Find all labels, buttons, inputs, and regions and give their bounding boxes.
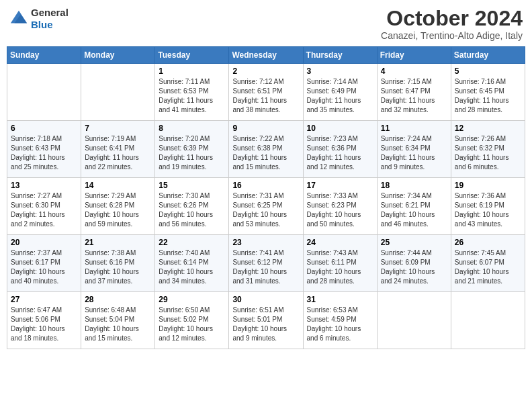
calendar-day-cell [451,292,525,349]
day-info: Sunrise: 7:45 AMSunset: 6:07 PMDaylight:… [455,248,521,286]
day-info: Sunrise: 7:20 AMSunset: 6:39 PMDaylight:… [159,134,225,172]
day-number: 31 [307,295,373,304]
logo: General Blue [9,7,69,31]
day-of-week-header: Friday [377,47,451,64]
calendar-day-cell: 6Sunrise: 7:18 AMSunset: 6:43 PMDaylight… [7,121,81,178]
calendar-day-cell: 26Sunrise: 7:45 AMSunset: 6:07 PMDayligh… [451,235,525,292]
day-number: 9 [232,124,299,133]
day-of-week-header: Monday [81,47,155,64]
day-number: 6 [11,124,77,133]
calendar-day-cell [377,292,451,349]
calendar-day-cell: 15Sunrise: 7:30 AMSunset: 6:26 PMDayligh… [155,178,229,235]
calendar-table: SundayMondayTuesdayWednesdayThursdayFrid… [7,46,525,349]
day-number: 14 [85,181,151,190]
day-of-week-header: Saturday [451,47,525,64]
location-title: Canazei, Trentino-Alto Adige, Italy [381,30,523,41]
day-info: Sunrise: 7:38 AMSunset: 6:16 PMDaylight:… [85,248,151,286]
calendar-day-cell: 9Sunrise: 7:22 AMSunset: 6:38 PMDaylight… [229,121,303,178]
day-number: 19 [455,181,521,190]
day-number: 10 [307,124,373,133]
day-number: 20 [11,238,77,247]
calendar-week-row: 6Sunrise: 7:18 AMSunset: 6:43 PMDaylight… [7,121,525,178]
calendar-day-cell: 2Sunrise: 7:12 AMSunset: 6:51 PMDaylight… [229,64,303,121]
day-info: Sunrise: 7:24 AMSunset: 6:34 PMDaylight:… [381,134,447,172]
day-number: 2 [232,66,299,76]
calendar-day-cell: 10Sunrise: 7:23 AMSunset: 6:36 PMDayligh… [303,121,377,178]
day-info: Sunrise: 6:50 AMSunset: 5:02 PMDaylight:… [159,306,225,343]
day-number: 17 [307,181,373,190]
calendar-day-cell: 5Sunrise: 7:16 AMSunset: 6:45 PMDaylight… [451,64,525,121]
day-info: Sunrise: 7:34 AMSunset: 6:21 PMDaylight:… [381,191,447,229]
calendar-day-cell: 21Sunrise: 7:38 AMSunset: 6:16 PMDayligh… [81,235,155,292]
day-info: Sunrise: 6:48 AMSunset: 5:04 PMDaylight:… [85,306,151,343]
calendar-week-row: 20Sunrise: 7:37 AMSunset: 6:17 PMDayligh… [7,235,525,292]
day-number: 15 [159,181,225,190]
logo-blue-text: Blue [31,19,53,30]
calendar-day-cell: 7Sunrise: 7:19 AMSunset: 6:41 PMDaylight… [81,121,155,178]
day-info: Sunrise: 7:26 AMSunset: 6:32 PMDaylight:… [455,134,521,172]
day-number: 24 [307,238,373,247]
day-number: 29 [159,295,225,304]
day-number: 27 [11,295,77,304]
calendar-day-cell: 1Sunrise: 7:11 AMSunset: 6:53 PMDaylight… [155,64,229,121]
day-of-week-header: Tuesday [155,47,229,64]
day-number: 18 [381,181,447,190]
day-info: Sunrise: 7:12 AMSunset: 6:51 PMDaylight:… [232,77,299,115]
calendar-day-cell: 8Sunrise: 7:20 AMSunset: 6:39 PMDaylight… [155,121,229,178]
day-number: 30 [232,295,299,304]
day-info: Sunrise: 7:18 AMSunset: 6:43 PMDaylight:… [11,134,77,172]
calendar-day-cell: 25Sunrise: 7:44 AMSunset: 6:09 PMDayligh… [377,235,451,292]
calendar-day-cell: 30Sunrise: 6:51 AMSunset: 5:01 PMDayligh… [229,292,303,349]
day-info: Sunrise: 7:44 AMSunset: 6:09 PMDaylight:… [381,248,447,286]
calendar-day-cell: 14Sunrise: 7:29 AMSunset: 6:28 PMDayligh… [81,178,155,235]
logo-general-text: General [31,7,69,18]
day-info: Sunrise: 7:19 AMSunset: 6:41 PMDaylight:… [85,134,151,172]
calendar-day-cell: 3Sunrise: 7:14 AMSunset: 6:49 PMDaylight… [303,64,377,121]
day-of-week-header: Sunday [7,47,81,64]
day-number: 22 [159,238,225,247]
day-info: Sunrise: 6:53 AMSunset: 4:59 PMDaylight:… [307,306,373,343]
day-info: Sunrise: 6:47 AMSunset: 5:06 PMDaylight:… [11,306,77,343]
day-of-week-header: Wednesday [229,47,303,64]
day-info: Sunrise: 7:15 AMSunset: 6:47 PMDaylight:… [381,77,447,115]
day-number: 26 [455,238,521,247]
day-info: Sunrise: 7:14 AMSunset: 6:49 PMDaylight:… [307,77,373,115]
day-number: 23 [232,238,299,247]
calendar-week-row: 13Sunrise: 7:27 AMSunset: 6:30 PMDayligh… [7,178,525,235]
calendar-day-cell: 16Sunrise: 7:31 AMSunset: 6:25 PMDayligh… [229,178,303,235]
day-info: Sunrise: 7:31 AMSunset: 6:25 PMDaylight:… [232,191,299,229]
day-info: Sunrise: 7:43 AMSunset: 6:11 PMDaylight:… [307,248,373,286]
day-info: Sunrise: 7:33 AMSunset: 6:23 PMDaylight:… [307,191,373,229]
day-info: Sunrise: 6:51 AMSunset: 5:01 PMDaylight:… [232,306,299,343]
day-number: 1 [159,66,225,76]
day-number: 8 [159,124,225,133]
day-number: 12 [455,124,521,133]
day-info: Sunrise: 7:40 AMSunset: 6:14 PMDaylight:… [159,248,225,286]
calendar-day-cell: 28Sunrise: 6:48 AMSunset: 5:04 PMDayligh… [81,292,155,349]
calendar-week-row: 1Sunrise: 7:11 AMSunset: 6:53 PMDaylight… [7,64,525,121]
calendar-day-cell: 29Sunrise: 6:50 AMSunset: 5:02 PMDayligh… [155,292,229,349]
calendar-body: 1Sunrise: 7:11 AMSunset: 6:53 PMDaylight… [7,64,525,349]
day-info: Sunrise: 7:16 AMSunset: 6:45 PMDaylight:… [455,77,521,115]
calendar-day-cell: 22Sunrise: 7:40 AMSunset: 6:14 PMDayligh… [155,235,229,292]
month-title: October 2024 [381,7,523,30]
calendar-day-cell: 31Sunrise: 6:53 AMSunset: 4:59 PMDayligh… [303,292,377,349]
day-number: 5 [455,66,521,76]
day-info: Sunrise: 7:27 AMSunset: 6:30 PMDaylight:… [11,191,77,229]
title-block: October 2024 Canazei, Trentino-Alto Adig… [381,7,523,41]
page-header: General Blue October 2024 Canazei, Trent… [7,7,525,41]
day-info: Sunrise: 7:41 AMSunset: 6:12 PMDaylight:… [232,248,299,286]
calendar-week-row: 27Sunrise: 6:47 AMSunset: 5:06 PMDayligh… [7,292,525,349]
days-of-week-row: SundayMondayTuesdayWednesdayThursdayFrid… [7,47,525,64]
day-info: Sunrise: 7:22 AMSunset: 6:38 PMDaylight:… [232,134,299,172]
calendar-day-cell: 18Sunrise: 7:34 AMSunset: 6:21 PMDayligh… [377,178,451,235]
day-number: 21 [85,238,151,247]
logo-icon [9,9,28,28]
calendar-day-cell: 23Sunrise: 7:41 AMSunset: 6:12 PMDayligh… [229,235,303,292]
day-info: Sunrise: 7:29 AMSunset: 6:28 PMDaylight:… [85,191,151,229]
day-info: Sunrise: 7:30 AMSunset: 6:26 PMDaylight:… [159,191,225,229]
day-number: 4 [381,66,447,76]
calendar-day-cell: 17Sunrise: 7:33 AMSunset: 6:23 PMDayligh… [303,178,377,235]
day-number: 7 [85,124,151,133]
calendar-day-cell: 20Sunrise: 7:37 AMSunset: 6:17 PMDayligh… [7,235,81,292]
